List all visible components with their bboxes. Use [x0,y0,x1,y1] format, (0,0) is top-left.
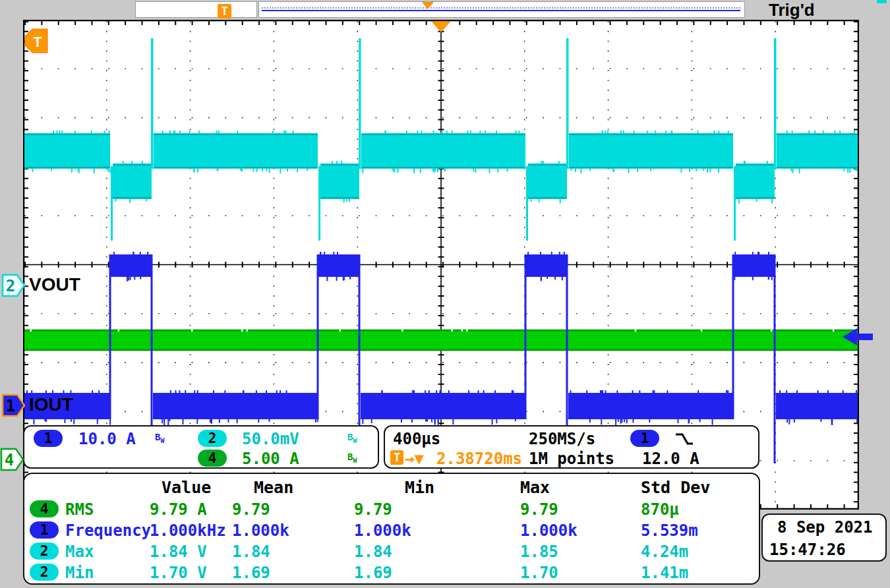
datetime-box: 8 Sep 2021 15:47:26 [761,514,887,562]
measurement-name: RMS [65,500,94,519]
measurement-mean: 1.000k [232,521,289,540]
measurement-std: 870µ [641,500,679,519]
trigger-flag-label: T [33,34,42,50]
timebase-scale[interactable]: 400µs [393,430,440,448]
menu-bar-box [135,1,257,18]
channel1-scale[interactable]: 10.0 A [78,430,136,448]
channel4-marker-label: 4 [5,451,14,469]
corner-mark [877,0,887,3]
measurement-min: 1.000k [354,521,411,540]
col-header-min: Min [405,478,434,497]
measurement-max: 1.70 [520,564,558,582]
channel4-position-marker[interactable]: 4 [0,447,25,472]
record-length: 1M points [529,450,614,468]
measurement-value: 1.70 V [150,564,207,582]
channel2-signal-name: VOUT [29,274,80,295]
channel2-position-marker[interactable]: 2 [1,273,26,298]
measurement-value: 1.84 V [150,543,207,561]
col-header-value: Value [162,478,211,497]
falling-edge-trigger-icon[interactable] [674,432,695,448]
measurement-std: 4.24m [641,543,688,561]
trigger-delay-t-icon: T [390,450,403,465]
measurements-table: Value Mean Min Max Std Dev 4 RMS 9.79 A … [23,473,760,585]
measurement-mean: 1.69 [232,564,270,582]
measurement-min: 9.79 [354,500,392,519]
trigger-level-arrow-icon[interactable] [841,326,874,347]
sample-rate: 250MS/s [529,430,595,448]
measurement-std: 5.539m [641,521,698,540]
measurement-std: 1.41m [641,564,688,582]
channel2-marker-label: 2 [6,277,15,295]
measurement-min: 1.69 [354,564,392,582]
channel1-badge: 1 [30,521,59,539]
trigger-menu-icon[interactable]: T [218,4,231,18]
channel2-badge[interactable]: 2 [198,430,227,447]
channel4-badge[interactable]: 4 [198,450,227,467]
trigger-level-value[interactable]: 12.0 A [642,450,699,468]
channel2-badge: 2 [30,543,59,560]
channel1-marker-label: 1 [6,397,15,415]
channel1-signal-name: IOUT [29,394,73,415]
channel1-badge[interactable]: 1 [34,430,63,447]
col-header-mean: Mean [254,478,293,497]
measurement-max: 9.79 [520,500,558,519]
channel2-bandwidth-icon: BW [347,432,357,444]
timebase-readout-box: 400µs 250MS/s 1 T →▼ 2.38720ms 1M points… [384,425,759,469]
channel1-position-marker[interactable]: 1 [1,393,26,418]
measurement-mean: 9.79 [232,500,270,519]
measurement-value: 1.000kHz [150,521,226,540]
channel1-bandwidth-icon: BW [155,432,164,444]
measurement-name: Frequency [65,521,151,540]
overview-waveform-line [262,10,740,11]
date-label: 8 Sep 2021 [777,518,873,537]
trigger-source-badge[interactable]: 1 [630,430,659,447]
channel2-scale[interactable]: 50.0mV [242,430,299,448]
channel4-bandwidth-icon: BW [347,452,357,464]
measurement-max: 1.85 [520,543,558,561]
col-header-std: Std Dev [641,478,710,497]
time-label: 15:47:26 [769,541,846,559]
trigger-level-flag[interactable]: T [24,28,50,54]
trigger-delay-value[interactable]: 2.38720ms [436,450,522,468]
trigger-status: Trig'd [769,0,815,20]
measurement-name: Min [65,564,94,582]
channel4-scale[interactable]: 5.00 A [242,450,299,468]
col-header-max: Max [520,478,550,497]
measurement-value: 9.79 A [150,500,207,519]
channel-readout-box: 1 10.0 A BW 2 50.0mV BW 4 5.00 A BW [23,425,379,469]
overview-trigger-position-icon[interactable] [422,2,434,9]
channel2-badge: 2 [30,564,59,581]
trigger-delay-arrow: →▼ [405,450,424,468]
measurement-mean: 1.84 [232,543,270,561]
measurement-max: 1.000k [520,521,578,540]
oscilloscope-screen: T Trig'd T 2 VOUT 1 IOUT 4 1 10.0 A BW 2… [0,0,890,588]
measurement-name: Max [65,543,94,561]
overview-waveform-dots [262,7,740,9]
channel4-badge: 4 [30,500,59,517]
measurement-min: 1.84 [354,543,392,561]
acquisition-overview-bar[interactable] [258,1,745,18]
